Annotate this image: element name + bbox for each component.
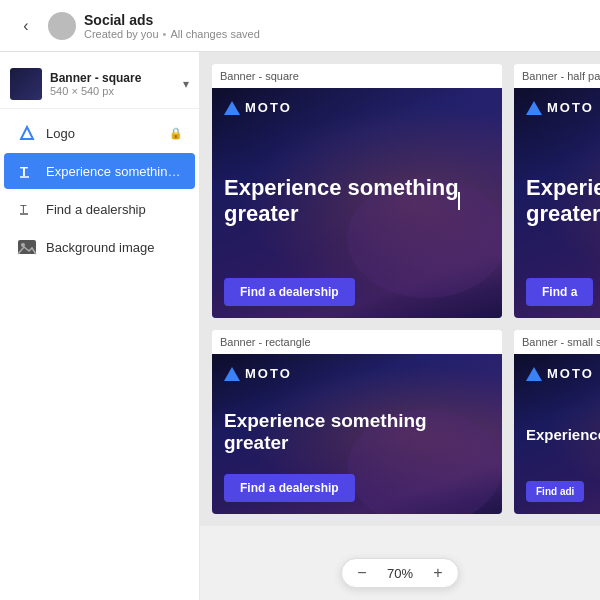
sidebar-label-dealership: Find a dealership	[46, 202, 183, 217]
logo-text: MOTO	[245, 100, 292, 115]
chevron-down-icon: ▾	[183, 77, 189, 91]
text-small-icon: T	[16, 198, 38, 220]
lock-icon: 🔒	[169, 127, 183, 140]
sidebar-item-logo[interactable]: Logo 🔒	[4, 115, 195, 151]
sidebar-item-dealership[interactable]: T Find a dealership	[4, 191, 195, 227]
svg-text:T: T	[20, 203, 27, 215]
banner-preview-square[interactable]: MOTO Experience something greater Find a…	[212, 88, 502, 318]
banner-size: 540 × 540 px	[50, 85, 183, 97]
sidebar: Banner - square 540 × 540 px ▾ Logo 🔒 T …	[0, 52, 200, 600]
avatar	[48, 12, 76, 40]
zoom-bar: − 70% +	[341, 558, 459, 588]
logo-triangle-rect-icon	[224, 367, 240, 381]
banner-title-rectangle: Banner - rectangle	[212, 330, 502, 354]
image-icon	[16, 236, 38, 258]
headline-text-square: Experience something greater	[224, 175, 490, 226]
find-dealership-button-rect[interactable]: Find a dealership	[224, 474, 355, 502]
topbar-subtitle: Created by you	[84, 28, 159, 40]
banner-card-half[interactable]: Banner - half page MOTO Experience somet…	[514, 64, 600, 318]
banner-btn-wrap-half[interactable]: Find a	[526, 278, 600, 306]
logo-text-rect: MOTO	[245, 366, 292, 381]
topbar: ‹ Social ads Created by you • All change…	[0, 0, 600, 52]
topbar-info: Social ads Created by you • All changes …	[84, 12, 588, 40]
banner-preview-small[interactable]: MOTO Experience something greater Find a…	[514, 354, 600, 514]
banner-headline-square: Experience something greater	[224, 123, 490, 278]
banner-card-square[interactable]: Banner - square MOTO Experience somethin…	[212, 64, 502, 318]
banner-logo-square: MOTO	[224, 100, 490, 115]
banner-card-rectangle[interactable]: Banner - rectangle MOTO Experience somet…	[212, 330, 502, 514]
text-icon: T	[16, 160, 38, 182]
logo-triangle-small-icon	[526, 367, 542, 381]
banner-title-half: Banner - half page	[514, 64, 600, 88]
banner-card-small[interactable]: Banner - small square MOTO Experience so…	[514, 330, 600, 514]
banner-logo-half: MOTO	[526, 100, 600, 115]
banner-headline-half: Experience something greater	[526, 123, 600, 278]
zoom-increase-button[interactable]: +	[428, 563, 448, 583]
banner-btn-wrap-small[interactable]: Find adi	[526, 481, 600, 502]
zoom-decrease-button[interactable]: −	[352, 563, 372, 583]
banner-logo-small: MOTO	[526, 366, 600, 381]
back-button[interactable]: ‹	[12, 12, 40, 40]
canvas-wrapper: Banner - square MOTO Experience somethin…	[200, 52, 600, 600]
headline-text-small: Experience something greater	[526, 426, 600, 443]
find-button-half[interactable]: Find a	[526, 278, 593, 306]
banner-logo-rectangle: MOTO	[224, 366, 490, 381]
sidebar-label-experience: Experience something...	[46, 164, 183, 179]
logo-triangle-half-icon	[526, 101, 542, 115]
svg-marker-0	[21, 127, 33, 139]
topbar-dot: •	[163, 28, 167, 40]
banner-preview-half[interactable]: MOTO Experience something greater Find a	[514, 88, 600, 318]
banner-headline-rectangle: Experience something greater	[224, 389, 490, 474]
canvas-area: Banner - square MOTO Experience somethin…	[200, 52, 600, 526]
sidebar-item-background[interactable]: Background image	[4, 229, 195, 265]
sidebar-label-background: Background image	[46, 240, 183, 255]
main-layout: Banner - square 540 × 540 px ▾ Logo 🔒 T …	[0, 52, 600, 600]
banner-info: Banner - square 540 × 540 px	[50, 71, 183, 97]
find-button-small[interactable]: Find adi	[526, 481, 584, 502]
banner-thumb	[10, 68, 42, 100]
zoom-level: 70%	[382, 566, 418, 581]
headline-text-rect: Experience something greater	[224, 410, 490, 454]
topbar-saved: All changes saved	[170, 28, 259, 40]
banner-preview-rectangle[interactable]: MOTO Experience something greater Find a…	[212, 354, 502, 514]
banner-headline-small: Experience something greater	[526, 389, 600, 481]
banner-name: Banner - square	[50, 71, 183, 85]
logo-text-small: MOTO	[547, 366, 594, 381]
sidebar-label-logo: Logo	[46, 126, 165, 141]
page-title: Social ads	[84, 12, 588, 28]
banner-title-small: Banner - small square	[514, 330, 600, 354]
banner-title-square: Banner - square	[212, 64, 502, 88]
headline-text-half: Experience something greater	[526, 175, 600, 226]
banner-selector[interactable]: Banner - square 540 × 540 px ▾	[0, 60, 199, 109]
find-dealership-button[interactable]: Find a dealership	[224, 278, 355, 306]
banner-btn-wrap-rect[interactable]: Find a dealership	[224, 474, 490, 502]
cursor-beam	[458, 192, 460, 210]
sidebar-item-experience[interactable]: T Experience something...	[4, 153, 195, 189]
logo-triangle-icon	[224, 101, 240, 115]
banner-btn-wrap-square[interactable]: Find a dealership	[224, 278, 490, 306]
logo-text-half: MOTO	[547, 100, 594, 115]
logo-icon	[16, 122, 38, 144]
